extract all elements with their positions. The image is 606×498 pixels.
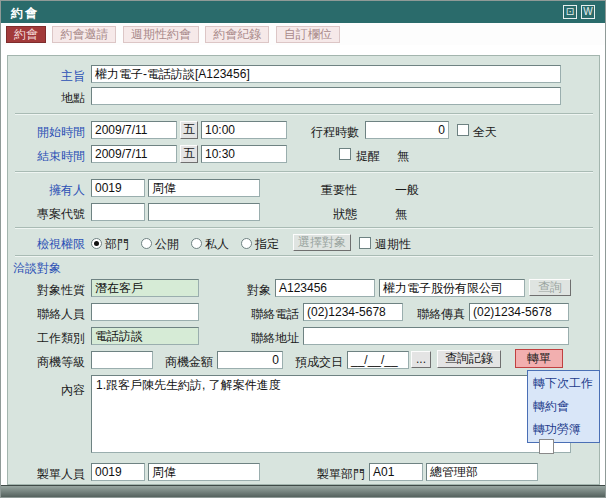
project-label: 專案代號 bbox=[11, 206, 85, 222]
opp-level-input[interactable] bbox=[91, 351, 153, 369]
phone-label: 聯絡電話 bbox=[241, 306, 299, 322]
permission-option-label: 指定 bbox=[255, 236, 279, 252]
transfer-menu: 轉下次工作 轉約會 轉功勞簿 bbox=[527, 370, 600, 443]
recurring-label: 週期性 bbox=[375, 236, 411, 252]
contact-person-input[interactable] bbox=[91, 303, 199, 321]
reminder-value: 無 bbox=[397, 148, 409, 164]
project-name-input[interactable] bbox=[148, 203, 260, 221]
end-date-input[interactable]: 2009/7/11 bbox=[91, 145, 177, 163]
creator-label: 製單人員 bbox=[11, 466, 85, 482]
location-label: 地點 bbox=[11, 90, 85, 106]
choose-target-button[interactable]: 選擇對象 bbox=[293, 234, 351, 251]
tab-appointment-record[interactable]: 約會紀錄 bbox=[205, 26, 269, 43]
location-input[interactable] bbox=[91, 87, 561, 105]
opp-level-label: 商機等級 bbox=[11, 354, 85, 370]
target-code-input[interactable]: A123456 bbox=[275, 279, 375, 297]
picture-icon[interactable]: ⊡ bbox=[563, 5, 577, 19]
menu-item-transfer-merit-log[interactable]: 轉功勞簿 bbox=[529, 418, 598, 441]
permission-option-label: 私人 bbox=[205, 236, 229, 252]
end-time-input[interactable]: 10:30 bbox=[201, 145, 287, 163]
permission-option-label: 公開 bbox=[155, 236, 179, 252]
phone-input[interactable]: (02)1234-5678 bbox=[303, 303, 403, 321]
window-title: 約會 bbox=[11, 5, 39, 22]
worktype-label: 工作類別 bbox=[11, 330, 85, 346]
target-label: 對象 bbox=[227, 282, 271, 298]
negotiation-section-title: 洽談對象 bbox=[13, 260, 61, 276]
dept-label: 製單部門 bbox=[307, 466, 365, 482]
address-input[interactable] bbox=[303, 327, 569, 345]
owner-code-input[interactable]: 0019 bbox=[91, 179, 145, 197]
allday-checkbox[interactable] bbox=[457, 124, 469, 136]
target-name-input[interactable]: 權力電子股份有限公司 bbox=[379, 279, 525, 297]
owner-name-input[interactable]: 周偉 bbox=[148, 179, 260, 197]
separator bbox=[15, 113, 593, 115]
fax-label: 聯絡傳真 bbox=[407, 306, 465, 322]
permission-radio-assign[interactable] bbox=[241, 238, 252, 249]
tab-appointment[interactable]: 約會 bbox=[6, 26, 46, 43]
tab-appointment-invite[interactable]: 約會邀請 bbox=[52, 26, 116, 43]
permission-radio-private[interactable] bbox=[191, 238, 202, 249]
window-bottom-bar bbox=[1, 485, 605, 497]
start-time-label: 開始時間 bbox=[11, 124, 85, 140]
start-date-input[interactable]: 2009/7/11 bbox=[91, 121, 177, 139]
permission-option-label: 部門 bbox=[105, 236, 129, 252]
tab-custom-fields[interactable]: 自訂欄位 bbox=[276, 26, 340, 43]
recurring-checkbox[interactable] bbox=[359, 237, 371, 249]
duration-input[interactable]: 0 bbox=[365, 121, 449, 139]
importance-label: 重要性 bbox=[291, 182, 357, 198]
project-code-input[interactable] bbox=[91, 203, 145, 221]
close-date-input[interactable]: __/__/__ bbox=[347, 351, 409, 369]
creator-code-input[interactable]: 0019 bbox=[91, 463, 145, 481]
permission-label: 檢視權限 bbox=[11, 236, 85, 252]
owner-label: 擁有人 bbox=[11, 182, 85, 198]
separator bbox=[15, 255, 593, 257]
nature-input[interactable]: 潛在客戶 bbox=[91, 279, 199, 297]
subject-label: 主旨 bbox=[11, 68, 85, 84]
content-textarea[interactable]: 1.跟客戶陳先生約訪, 了解案件進度 bbox=[91, 375, 571, 453]
address-label: 聯絡地址 bbox=[241, 330, 299, 346]
appointment-window: 約會 ⊡ W 約會 約會邀請 週期性約會 約會紀錄 自訂欄位 主旨 權力電子-電… bbox=[0, 0, 606, 498]
contact-person-label: 聯絡人員 bbox=[11, 306, 85, 322]
start-weekday-button[interactable]: 五 bbox=[180, 121, 198, 139]
nature-label: 對象性質 bbox=[11, 282, 85, 298]
end-weekday-button[interactable]: 五 bbox=[180, 145, 198, 163]
query-button[interactable]: 查詢 bbox=[529, 279, 571, 296]
permission-radio-public[interactable] bbox=[141, 238, 152, 249]
duration-label: 行程時數 bbox=[291, 124, 359, 140]
tab-recurring-appointment[interactable]: 週期性約會 bbox=[123, 26, 199, 43]
separator bbox=[15, 227, 593, 229]
content-label: 內容 bbox=[11, 382, 85, 398]
transfer-button[interactable]: 轉單 bbox=[515, 349, 563, 368]
menu-item-transfer-appointment[interactable]: 轉約會 bbox=[529, 395, 598, 418]
white-box bbox=[539, 439, 554, 454]
query-record-button[interactable]: 查詢記錄 bbox=[437, 350, 501, 368]
status-label: 狀態 bbox=[291, 206, 357, 222]
titlebar: 約會 ⊡ W bbox=[1, 1, 605, 23]
dept-code-input[interactable]: A01 bbox=[369, 463, 423, 481]
opp-amount-input[interactable]: 0 bbox=[217, 351, 283, 369]
start-time-input[interactable]: 10:00 bbox=[201, 121, 287, 139]
close-date-label: 預成交日 bbox=[285, 354, 343, 370]
reminder-label: 提醒 bbox=[356, 148, 380, 164]
tabbar: 約會 約會邀請 週期性約會 約會紀錄 自訂欄位 bbox=[1, 23, 605, 45]
status-value: 無 bbox=[395, 206, 407, 222]
subject-input[interactable]: 權力電子-電話訪談[A123456] bbox=[91, 65, 561, 83]
permission-radio-department[interactable] bbox=[91, 238, 102, 249]
allday-label: 全天 bbox=[473, 124, 497, 140]
separator bbox=[15, 171, 593, 173]
reminder-checkbox[interactable] bbox=[339, 148, 351, 160]
creator-name-input[interactable]: 周偉 bbox=[148, 463, 260, 481]
menu-item-transfer-next-work[interactable]: 轉下次工作 bbox=[529, 372, 598, 395]
close-date-browse-button[interactable]: ... bbox=[411, 351, 431, 368]
opp-amount-label: 商機金額 bbox=[155, 354, 213, 370]
word-icon[interactable]: W bbox=[581, 5, 595, 19]
dept-name-input[interactable]: 總管理部 bbox=[426, 463, 538, 481]
fax-input[interactable]: (02)1234-5678 bbox=[469, 303, 569, 321]
end-time-label: 結束時間 bbox=[11, 148, 85, 164]
importance-value: 一般 bbox=[395, 182, 419, 198]
worktype-input[interactable]: 電話訪談 bbox=[91, 327, 199, 345]
